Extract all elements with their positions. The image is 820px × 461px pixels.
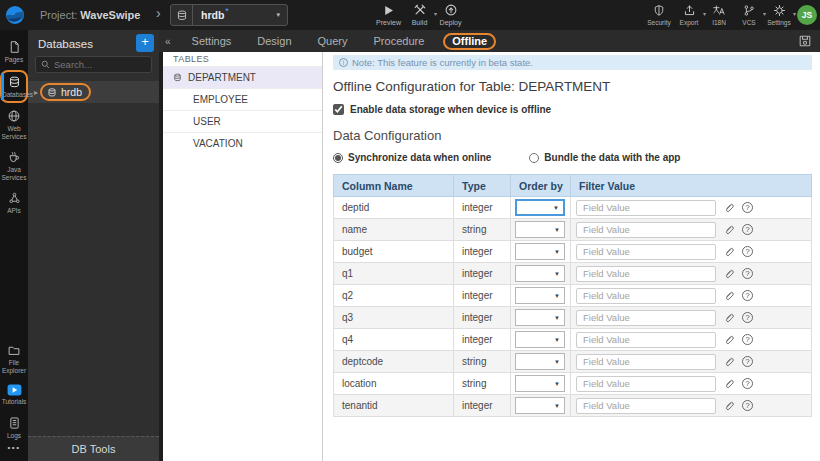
order-by-select[interactable]: ▼ [515, 331, 565, 348]
add-database-button[interactable]: + [136, 34, 154, 52]
order-by-select[interactable]: ▼ [515, 265, 565, 282]
radio-bundle-input[interactable] [529, 153, 539, 163]
tab-design[interactable]: Design [244, 30, 304, 52]
filter-value-input[interactable] [576, 376, 716, 392]
sidebar-item-java-services[interactable]: Java Services [0, 146, 28, 185]
help-icon[interactable]: ? [742, 400, 753, 411]
main-content: i Note: This feature is currently in bet… [324, 52, 820, 461]
chevron-down-icon: ▾ [276, 11, 280, 19]
save-button[interactable] [798, 34, 812, 48]
deploy-cloud-icon [444, 2, 458, 17]
vcs-button[interactable]: ▾ VCS [735, 2, 763, 26]
order-by-select[interactable]: ▼ [515, 353, 565, 370]
filter-value-input[interactable] [576, 200, 716, 216]
paperclip-icon[interactable] [723, 356, 735, 368]
tab-settings[interactable]: Settings [179, 30, 245, 52]
help-icon[interactable]: ? [742, 378, 753, 389]
paperclip-icon[interactable] [723, 400, 735, 412]
column-type-cell: integer [454, 329, 511, 351]
export-button[interactable]: ▾ Export [675, 2, 703, 26]
help-icon[interactable]: ? [742, 202, 753, 213]
filter-value-input[interactable] [576, 244, 716, 260]
help-icon[interactable]: ? [742, 290, 753, 301]
chevron-down-icon: ▼ [554, 381, 560, 387]
wavemaker-logo-icon[interactable] [4, 4, 26, 26]
tab-offline[interactable]: Offline [443, 33, 496, 50]
help-icon[interactable]: ? [742, 246, 753, 257]
column-name-cell: q4 [334, 329, 454, 351]
sidebar-item-logs[interactable]: Logs [0, 412, 28, 444]
help-icon[interactable]: ? [742, 224, 753, 235]
i18n-button[interactable]: I18N [705, 2, 733, 26]
radio-synchronize-online[interactable]: Synchronize data when online [333, 152, 491, 163]
sidebar-item-tutorials[interactable]: Tutorials [0, 380, 28, 410]
databases-panel: Databases + ▸ hrdb DB Tools [28, 30, 159, 461]
security-button[interactable]: Security [645, 2, 673, 26]
sidebar-item-databases[interactable]: Databases [0, 70, 28, 104]
column-type-cell: integer [454, 285, 511, 307]
shield-icon [653, 2, 665, 17]
order-by-select[interactable]: ▼ [515, 375, 565, 392]
column-type-cell: integer [454, 197, 511, 219]
paperclip-icon[interactable] [723, 246, 735, 258]
sidebar-item-web-services[interactable]: Web Services [0, 105, 28, 144]
gear-icon [773, 2, 786, 17]
order-by-select[interactable]: ▼ [515, 221, 565, 238]
filter-value-input[interactable] [576, 310, 716, 326]
order-by-select[interactable]: ▼ [515, 243, 565, 260]
sidebar-item-apis[interactable]: APIs [0, 187, 28, 219]
filter-value-input[interactable] [576, 332, 716, 348]
paperclip-icon[interactable] [723, 224, 735, 236]
column-name-cell: location [334, 373, 454, 395]
table-row: deptcode string ▼ ? [334, 351, 812, 373]
chevron-down-icon: ▼ [554, 359, 560, 365]
preview-button[interactable]: Preview [374, 2, 403, 26]
section-title: Data Configuration [333, 128, 820, 143]
user-avatar[interactable]: JS [797, 5, 817, 25]
tab-query[interactable]: Query [305, 30, 361, 52]
chevron-down-icon: ▼ [554, 403, 560, 409]
order-by-select[interactable]: ▼ [515, 287, 565, 304]
enable-offline-storage-checkbox[interactable] [333, 104, 344, 115]
filter-value-input[interactable] [576, 266, 716, 282]
radio-bundle-with-app[interactable]: Bundle the data with the app [529, 152, 680, 163]
sidebar-item-pages[interactable]: Pages [0, 36, 28, 68]
chevron-down-icon: ▼ [554, 293, 560, 299]
table-list-item-employee[interactable]: EMPLOYEE [163, 88, 322, 110]
filter-value-input[interactable] [576, 222, 716, 238]
sidebar-item-file-explorer[interactable]: File Explorer [0, 340, 28, 378]
export-icon [683, 2, 696, 17]
db-tools-button[interactable]: DB Tools [28, 436, 159, 461]
database-search-input[interactable] [54, 59, 146, 70]
database-tree-item-hrdb[interactable]: ▸ hrdb [28, 81, 159, 103]
help-icon[interactable]: ? [742, 356, 753, 367]
help-icon[interactable]: ? [742, 268, 753, 279]
radio-synchronize-input[interactable] [333, 153, 343, 163]
order-by-select[interactable]: ▼ [515, 397, 565, 414]
filter-value-input[interactable] [576, 354, 716, 370]
paperclip-icon[interactable] [723, 378, 735, 390]
chevron-down-icon: ▼ [554, 271, 560, 277]
paperclip-icon[interactable] [723, 202, 735, 214]
table-list-item-department[interactable]: DEPARTMENT [163, 66, 322, 88]
build-button[interactable]: ▾ Build [405, 2, 434, 26]
paperclip-icon[interactable] [723, 268, 735, 280]
paperclip-icon[interactable] [723, 334, 735, 346]
expand-arrow-icon[interactable]: ▸ [34, 88, 38, 97]
table-list-item-vacation[interactable]: VACATION [163, 132, 322, 154]
order-by-select[interactable]: ▼ [515, 309, 565, 326]
filter-value-input[interactable] [576, 288, 716, 304]
settings-button[interactable]: ▾ Settings [765, 2, 793, 26]
order-by-select[interactable]: ▼ [515, 199, 565, 216]
table-list-item-user[interactable]: USER [163, 110, 322, 132]
tab-procedure[interactable]: Procedure [361, 30, 438, 52]
filter-value-input[interactable] [576, 398, 716, 414]
paperclip-icon[interactable] [723, 290, 735, 302]
collapse-panel-icon[interactable]: « [165, 36, 171, 47]
more-menu-button[interactable]: ••• [8, 443, 21, 452]
deploy-button[interactable]: Deploy [436, 2, 465, 26]
database-selector-dropdown[interactable]: hrdb * ▾ [170, 4, 288, 26]
help-icon[interactable]: ? [742, 334, 753, 345]
help-icon[interactable]: ? [742, 312, 753, 323]
paperclip-icon[interactable] [723, 312, 735, 324]
